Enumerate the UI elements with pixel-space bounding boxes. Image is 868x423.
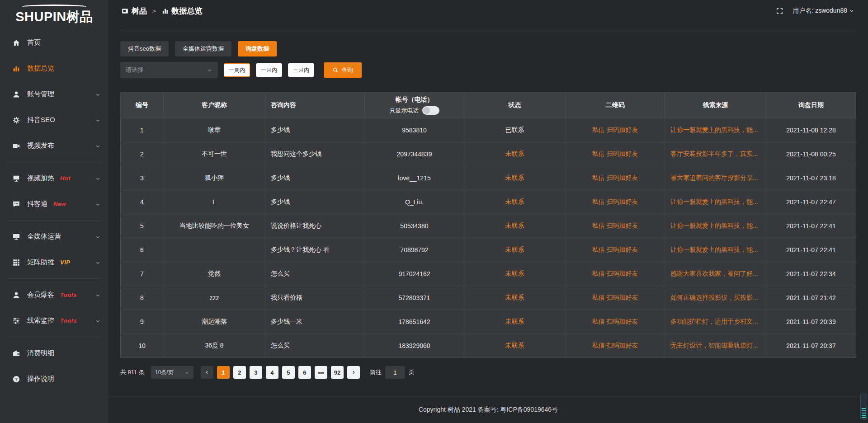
cell-content: 我只看价格 [265,286,365,310]
page-button-1[interactable]: 1 [217,366,230,379]
account-select[interactable]: 请选择 [120,62,218,78]
chevron-down-icon [95,259,101,265]
period-one-month-button[interactable]: 一月内 [256,63,282,77]
source-link[interactable]: 如何正确选择投影仪，买投影... [665,286,766,310]
page-button-2[interactable]: 2 [233,366,246,379]
sidebar-item-video-publish[interactable]: 视频发布 [0,133,108,159]
table-row: 6 多少钱？让我死心 看 70898792 未联系 私信 扫码加好友 让你一眼就… [121,238,856,262]
qrcode-link[interactable]: 私信 扫码加好友 [566,214,665,238]
user-icon [12,90,20,99]
page-button-92[interactable]: 92 [331,366,344,379]
cell-nickname: 狐小狸 [164,166,265,190]
sidebar-item-home[interactable]: 首页 [0,30,108,56]
table-row: 9 潮起潮落 多少钱一米 178651642 未联系 私信 扫码加好友 多功能护… [121,310,856,334]
cell-date: 2021-11-07 23:18 [766,166,856,190]
sidebar-item-account-manage[interactable]: 账号管理 [0,81,108,107]
source-link[interactable]: 客厅安装投影半年多了，真实... [665,142,766,166]
page-button-5[interactable]: 5 [282,366,295,379]
source-link[interactable]: 让你一眼就爱上的黑科技，能... [665,238,766,262]
period-one-week-button[interactable]: 一周内 [224,63,250,77]
qrcode-link[interactable]: 私信 扫码加好友 [566,166,665,190]
sidebar-item-douyin-seo[interactable]: 抖音SEO [0,107,108,133]
sidebar-item-omnimedia[interactable]: 全媒体运营 [0,224,108,249]
sidebar-item-lead-monitor[interactable]: 线索监控 Tools [0,308,108,334]
qrcode-link[interactable]: 私信 扫码加好友 [566,334,665,358]
logo-cn: 树品 [66,9,93,24]
status-cell: 未联系 [464,238,566,262]
table-header-row: 编号 客户昵称 咨询内容 帐号（电话） 只显示电话 状态 [121,93,856,118]
source-link[interactable]: 感谢大家喜欢我家，被问了好... [665,262,766,286]
fullscreen-icon[interactable] [776,7,783,15]
monitor-icon [12,233,20,241]
status-cell: 未联系 [464,142,566,166]
hot-badge: Hot [60,175,71,182]
breadcrumb-root[interactable]: 树品 [132,6,147,16]
table-row: 7 觉然 怎么买 917024162 未联系 私信 扫码加好友 感谢大家喜欢我家… [121,262,856,286]
cell-id: 7 [121,262,164,286]
vip-badge: VIP [60,259,70,266]
chevron-down-icon [95,292,101,298]
page-button-6[interactable]: 6 [298,366,311,379]
page-size-select[interactable]: 10条/页 [151,366,193,379]
cell-id: 1 [121,118,164,142]
tools-badge: Tools [60,317,77,324]
source-link[interactable]: 让你一眼就爱上的黑科技，能... [665,214,766,238]
tab-inquiry-data[interactable]: 询盘数据 [238,41,277,56]
page-button-3[interactable]: 3 [250,366,262,379]
source-link[interactable]: 无主灯设计，智能磁吸轨道灯... [665,334,766,358]
app-window: SHUPIN树品 首页 数据总览 账号管理 抖音SEO [0,0,868,423]
sidebar-item-douketong[interactable]: 抖客通 New [0,191,108,217]
phone-only-toggle[interactable] [422,106,439,115]
sidebar-item-label: 账号管理 [27,90,54,99]
sidebar-item-expense-detail[interactable]: 消费明细 [0,340,108,366]
cell-date: 2021-11-08 00:25 [766,142,856,166]
page-button-4[interactable]: 4 [266,366,278,379]
chevron-down-icon [184,370,189,375]
sliders-icon [12,317,20,325]
source-link[interactable]: 被大家追着问的客厅投影分享... [665,166,766,190]
tab-omnimedia-data[interactable]: 全媒体运营数据 [175,41,231,56]
qrcode-link[interactable]: 私信 扫码加好友 [566,118,665,142]
col-header-content: 咨询内容 [265,93,365,118]
qrcode-link[interactable]: 私信 扫码加好友 [566,190,665,214]
table-row: 2 不可一世 我想问这个多少钱 2097344839 未联系 私信 扫码加好友 … [121,142,856,166]
period-three-month-button[interactable]: 三月内 [288,63,314,77]
query-button[interactable]: 查询 [324,62,362,78]
page-ellipsis-button[interactable]: ••• [315,366,327,379]
cell-account: 70898792 [365,238,464,262]
qrcode-link[interactable]: 私信 扫码加好友 [566,286,665,310]
next-page-button[interactable] [347,366,360,379]
footer: Copyright 树品 2021 备案号: 粤ICP备09019646号 [108,396,868,423]
col-header-source: 线索来源 [665,93,766,118]
source-link[interactable]: 让你一眼就爱上的黑科技，能... [665,118,766,142]
cell-nickname: 不可一世 [164,142,265,166]
username-dropdown[interactable]: 用户名: zswodun88 [793,7,854,15]
cell-id: 6 [121,238,164,262]
qrcode-link[interactable]: 私信 扫码加好友 [566,262,665,286]
prev-page-button[interactable] [201,366,213,379]
goto-page-input[interactable] [385,366,405,379]
sidebar-item-data-overview[interactable]: 数据总览 [0,56,108,81]
col-header-date: 询盘日期 [766,93,856,118]
tools-badge: Tools [60,291,77,298]
sidebar-item-matrix-boost[interactable]: 矩阵助推 VIP [0,249,108,275]
chevron-down-icon [95,91,101,97]
source-link[interactable]: 让你一眼就爱上的黑科技，能... [665,190,766,214]
qrcode-link[interactable]: 私信 扫码加好友 [566,310,665,334]
corner-widget[interactable] [860,394,867,420]
chevron-down-icon [95,201,101,207]
sidebar-item-member-baoke[interactable]: 会员爆客 Tools [0,282,108,308]
new-badge: New [53,201,66,207]
tab-douyin-seo-data[interactable]: 抖音seo数据 [120,41,169,56]
sidebar-item-help[interactable]: ? 操作说明 [0,366,108,392]
source-link[interactable]: 多功能护栏灯，适用于乡村文... [665,310,766,334]
qrcode-link[interactable]: 私信 扫码加好友 [566,142,665,166]
sidebar-item-video-heat[interactable]: 视频加热 Hot [0,165,108,191]
sidebar-item-label: 线索监控 [27,316,54,325]
main-area: 树品 > 数据总览 用户名: zswodun88 抖音seo数据 全媒体运营数据… [108,0,868,423]
status-cell: 未联系 [464,166,566,190]
sidebar-item-label: 全媒体运营 [27,232,61,241]
filter-bar: 请选择 一周内 一月内 三月内 查询 [120,62,856,78]
table-row: 1 啵章 多少钱 9583810 已联系 私信 扫码加好友 让你一眼就爱上的黑科… [121,118,856,142]
qrcode-link[interactable]: 私信 扫码加好友 [566,238,665,262]
